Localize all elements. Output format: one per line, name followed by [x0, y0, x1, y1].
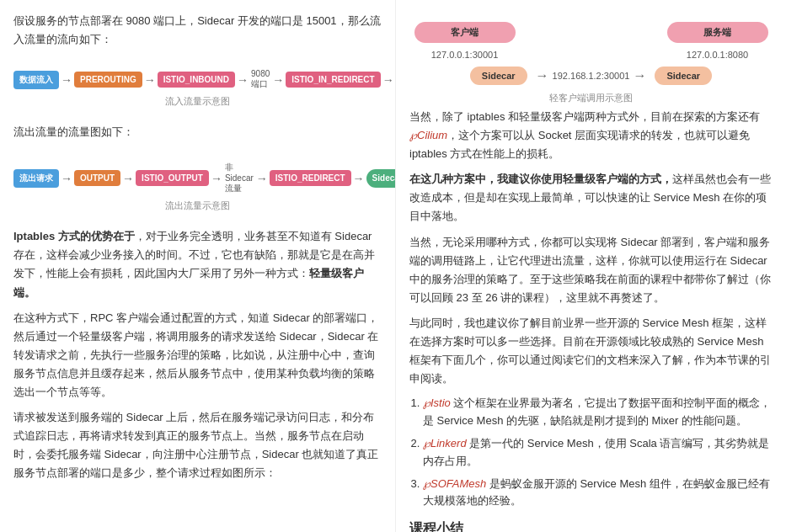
inflow-diagram-label: 流入流量示意图 — [13, 95, 382, 108]
right-p1: 当然，除了 iptables 和轻量级客户端两种方式外，目前在探索的方案还有 ℘… — [409, 108, 773, 163]
sidecar-right: Sidecar — [655, 66, 712, 85]
linkerd-link[interactable]: ℘Linkerd — [423, 437, 467, 450]
addr-client: 127.0.0.1:30001 — [414, 50, 516, 60]
arrow8: → — [211, 172, 222, 185]
iptables-advantage-label: Iptables 方式的优势在于 — [13, 230, 135, 242]
arrow1: → — [61, 73, 72, 87]
istio-link[interactable]: ℘Istio — [423, 396, 451, 409]
list-item-sofamesh: ℘SOFAMesh 是蚂蚁金服开源的 Service Mesh 组件，在蚂蚁金服… — [423, 476, 773, 511]
inflow-diagram: 数据流入 → PREROUTING → ISTIO_INBOUND → 9080… — [13, 57, 382, 114]
sidecar-arrow: → — [536, 68, 549, 83]
node-istio-redirect: ISTIO_REDIRECT — [270, 170, 351, 186]
section-title-summary: 课程小结 — [409, 520, 773, 532]
framework-list: ℘Istio 这个框架在业界最为著名，它提出了数据平面和控制平面的概念，是 Se… — [409, 395, 773, 510]
outflow-diagram-label: 流出流量示意图 — [13, 200, 382, 212]
node-output: OUTPUT — [74, 170, 120, 186]
left-p3: Iptables 方式的优势在于，对于业务完全透明，业务甚至不知道有 Sidec… — [13, 227, 382, 301]
sidecar-arrow2: → — [633, 68, 646, 83]
diagram-top-labels: 客户端 服务端 — [414, 22, 768, 43]
left-p4: 在这种方式下，RPC 客户端会通过配置的方式，知道 Sidecar 的部署端口，… — [13, 309, 382, 402]
recommendation-text: 在这几种方案中，我建议你使用轻量级客户端的方式， — [409, 173, 672, 185]
cilium-link[interactable]: ℘Cilium — [409, 129, 447, 141]
node-istio-output: ISTIO_OUTPUT — [136, 170, 209, 186]
left-panel: 假设服务的节点部署在 9080 端口上，Sidecar 开发的端口是 15001… — [0, 0, 396, 532]
node-data-input: 数据流入 — [13, 71, 59, 89]
arrow4: → — [272, 73, 284, 87]
right-p3: 当然，无论采用哪种方式，你都可以实现将 Sidecar 部署到，客户端和服务端的… — [409, 233, 773, 307]
arrow3: → — [237, 73, 249, 87]
arrow7: → — [122, 172, 134, 185]
arrow5: → — [382, 73, 394, 87]
node-sidecar-outbound: Sidecar端口 — [366, 169, 396, 188]
list-item-istio: ℘Istio 这个框架在业界最为著名，它提出了数据平面和控制平面的概念，是 Se… — [423, 395, 773, 430]
non-sidecar-label: 非Sidecar流量 — [225, 162, 254, 194]
client-label-node: 客户端 — [414, 22, 516, 43]
node-istio-inbound: ISTIO_INBOUND — [158, 72, 235, 88]
inflow-flow-row: 数据流入 → PREROUTING → ISTIO_INBOUND → 9080… — [13, 69, 382, 90]
sidecar-left: Sidecar — [470, 66, 527, 85]
diagram-caption: 轻客户端调用示意图 — [549, 92, 633, 104]
server-label-node: 服务端 — [667, 22, 768, 43]
addr-middle: 192.168.1.2:30001 — [553, 71, 630, 81]
outflow-diagram: 流出请求 → OUTPUT → ISTIO_OUTPUT → 非Sidecar流… — [13, 150, 382, 219]
right-p4: 与此同时，我也建议你了解目前业界一些开源的 Service Mesh 框架，这样… — [409, 314, 773, 388]
node-istio-in-redirect: ISTIO_IN_REDIRECT — [286, 72, 380, 88]
diagram-addr-row: 127.0.0.1:30001 127.0.0.1:8080 — [414, 50, 768, 60]
sofamesh-link[interactable]: ℘SOFAMesh — [423, 477, 486, 490]
right-diagram: 客户端 服务端 127.0.0.1:30001 127.0.0.1:8080 — [409, 19, 773, 104]
right-p2: 在这几种方案中，我建议你使用轻量级客户端的方式，这样虽然也会有一些改造成本，但是… — [409, 170, 773, 226]
diagram-sidecar-row: Sidecar → 192.168.1.2:30001 → Sidecar — [470, 66, 712, 85]
arrow10: → — [353, 172, 365, 185]
arrow9: → — [256, 172, 268, 185]
list-item-linkerd: ℘Linkerd 是第一代的 Service Mesh，使用 Scala 语言编… — [423, 435, 773, 471]
port-9080: 9080端口 — [251, 69, 270, 90]
node-prerouting: PREROUTING — [74, 72, 142, 88]
arrow2: → — [144, 73, 156, 87]
right-panel: 客户端 服务端 127.0.0.1:30001 127.0.0.1:8080 — [396, 0, 786, 532]
arrow6: → — [61, 172, 72, 185]
left-p1: 假设服务的节点部署在 9080 端口上，Sidecar 开发的端口是 15001… — [13, 12, 382, 49]
left-p5: 请求被发送到服务端的 Sidecar 上后，然后在服务端记录访问日志，和分布式追… — [13, 408, 382, 482]
outflow-flow-row: 流出请求 → OUTPUT → ISTIO_OUTPUT → 非Sidecar流… — [13, 162, 382, 194]
node-flow-out: 流出请求 — [13, 169, 59, 188]
addr-server: 127.0.0.1:8080 — [667, 50, 768, 60]
left-p2: 流出流量的流量图如下： — [13, 123, 382, 141]
